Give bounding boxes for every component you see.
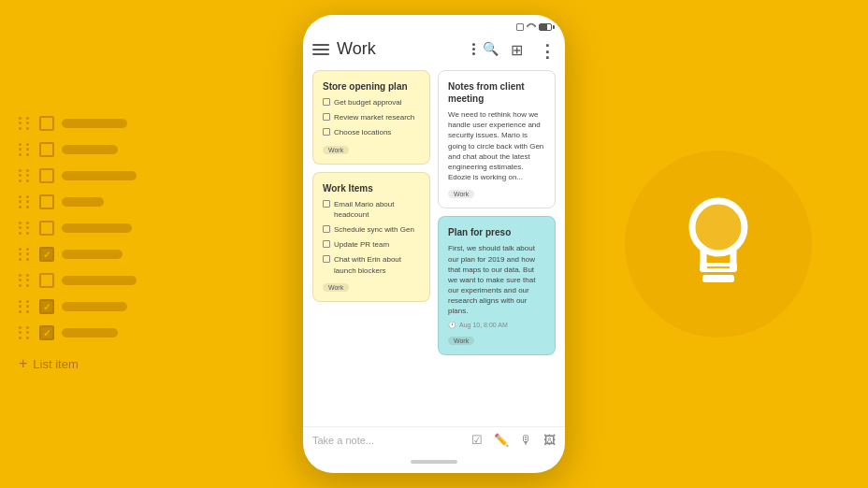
overflow-menu-button[interactable] (472, 43, 475, 55)
app-title: Work (337, 39, 465, 59)
note-plan-preso[interactable]: Plan for preso First, we should talk abo… (438, 216, 556, 354)
checkbox-label: Email Mario about headcount (334, 199, 420, 220)
list-item (19, 116, 137, 131)
drag-icon[interactable] (19, 222, 32, 235)
checkbox-checked[interactable] (39, 325, 54, 340)
add-icon: + (19, 355, 27, 372)
note-tag: Work (448, 337, 474, 345)
list-bar (62, 302, 127, 311)
note-checkbox-row: Review market research (323, 112, 420, 122)
svg-rect-4 (702, 275, 734, 282)
note-title: Store opening plan (323, 80, 420, 93)
note-title: Plan for preso (448, 226, 545, 238)
mic-icon[interactable]: 🎙 (520, 433, 532, 447)
add-item-label[interactable]: List item (33, 357, 78, 371)
drag-icon[interactable] (19, 326, 32, 339)
brush-icon[interactable]: ✏️ (494, 433, 509, 447)
list-item (19, 168, 137, 183)
note-text: First, we should talk about our plan for… (448, 243, 545, 316)
note-checkbox[interactable] (323, 128, 330, 136)
note-tag: Work (448, 190, 474, 198)
list-bar (62, 119, 127, 128)
note-checkbox[interactable] (323, 113, 330, 121)
checkbox[interactable] (39, 168, 54, 183)
note-store-opening[interactable]: Store opening plan Get budget approval R… (312, 70, 430, 165)
checkbox-label: Update PR team (334, 239, 389, 250)
checkbox[interactable] (39, 221, 54, 236)
drag-icon[interactable] (19, 248, 32, 261)
list-bar (62, 171, 137, 180)
drag-icon[interactable] (19, 300, 32, 313)
note-checkbox-row: Chat with Erin about launch blockers (323, 254, 420, 275)
checkbox-label: Choose locations (334, 127, 391, 137)
checkbox[interactable] (39, 273, 54, 288)
app-toolbar: Work 🔍 ⊞ ⋮ (303, 36, 565, 65)
drag-icon[interactable] (19, 274, 32, 287)
more-options-icon[interactable]: ⋮ (539, 41, 556, 58)
list-bar (62, 145, 118, 154)
phone-mockup: Work 🔍 ⊞ ⋮ Store opening plan Get budget… (303, 15, 565, 473)
note-text: We need to rethink how we handle user ex… (448, 109, 545, 182)
checkbox[interactable] (39, 194, 54, 209)
note-client-meeting[interactable]: Notes from client meeting We need to ret… (438, 70, 556, 208)
layout-icon[interactable]: ⊞ (511, 41, 528, 58)
checkbox-checked[interactable] (39, 247, 54, 262)
lightbulb-icon (662, 188, 774, 300)
list-item (19, 273, 137, 288)
add-item-row[interactable]: + List item (19, 355, 137, 372)
right-note-col: Notes from client meeting We need to ret… (438, 70, 556, 421)
drag-icon[interactable] (19, 117, 32, 130)
list-bar (62, 276, 137, 285)
phone-home-bar (303, 454, 565, 473)
status-bar (303, 15, 565, 36)
search-icon[interactable]: 🔍 (483, 41, 499, 58)
wifi-icon (526, 21, 536, 31)
list-item (19, 194, 137, 209)
checkbox-label: Schedule sync with Gen (334, 224, 414, 235)
clock-icon: 🕐 (448, 322, 456, 329)
note-checkbox[interactable] (323, 98, 330, 106)
note-checkbox-row: Get budget approval (323, 97, 420, 108)
toolbar-icons: 🔍 ⊞ ⋮ (483, 41, 556, 58)
signal-icon (516, 23, 524, 31)
logo-container (625, 151, 812, 337)
left-list-panel: + List item (19, 116, 137, 372)
note-work-items[interactable]: Work Items Email Mario about headcount S… (312, 172, 430, 302)
note-tag: Work (323, 146, 349, 154)
checkbox-icon[interactable]: ☑ (471, 433, 483, 447)
take-note-input[interactable]: Take a note... (312, 435, 374, 446)
note-checkbox[interactable] (323, 200, 330, 208)
list-bar (62, 250, 123, 259)
list-item (19, 221, 137, 236)
list-item (19, 247, 137, 262)
home-indicator (411, 460, 457, 464)
menu-icon[interactable] (312, 44, 329, 55)
note-title: Notes from client meeting (448, 80, 545, 105)
drag-icon[interactable] (19, 169, 32, 182)
checkbox[interactable] (39, 116, 54, 131)
note-checkbox-row: Schedule sync with Gen (323, 224, 420, 235)
checkbox[interactable] (39, 142, 54, 157)
checkbox-label: Chat with Erin about launch blockers (334, 254, 420, 275)
drag-icon[interactable] (19, 195, 32, 208)
note-date: 🕐 Aug 10, 8:00 AM (448, 322, 545, 329)
take-note-row: Take a note... ☑ ✏️ 🎙 🖼 (312, 433, 556, 447)
battery-icon (539, 23, 552, 31)
image-icon[interactable]: 🖼 (543, 433, 556, 447)
note-checkbox[interactable] (323, 255, 330, 263)
note-checkbox-row: Choose locations (323, 127, 420, 137)
note-title: Work Items (323, 182, 420, 194)
drag-icon[interactable] (19, 143, 32, 156)
list-item (19, 299, 137, 314)
bottom-icons: ☑ ✏️ 🎙 🖼 (471, 433, 556, 447)
note-checkbox[interactable] (323, 225, 330, 233)
checkbox-label: Review market research (334, 112, 414, 122)
checkbox-label: Get budget approval (334, 97, 402, 108)
list-bar (62, 197, 104, 207)
checkbox-checked[interactable] (39, 299, 54, 314)
list-bar (62, 223, 132, 233)
notes-grid: Store opening plan Get budget approval R… (303, 65, 565, 426)
note-checkbox[interactable] (323, 240, 330, 248)
note-tag: Work (323, 283, 349, 292)
note-checkbox-row: Update PR team (323, 239, 420, 250)
